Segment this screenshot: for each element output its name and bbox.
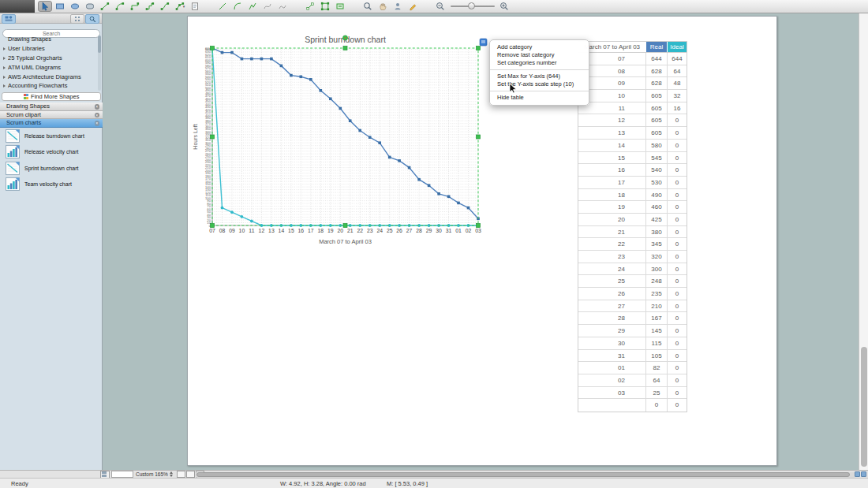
- cell-ideal[interactable]: 0: [667, 275, 687, 287]
- tool-select[interactable]: [38, 1, 52, 12]
- menu-item-remove-last-category[interactable]: Remove last category: [490, 51, 589, 59]
- tool-chain-connector[interactable]: ▾: [173, 1, 187, 12]
- cell-date[interactable]: 15: [578, 152, 645, 164]
- grid-view-icon[interactable]: [70, 14, 84, 24]
- cell-ideal[interactable]: 0: [667, 201, 687, 213]
- cell-date[interactable]: 20: [578, 214, 645, 225]
- cell-real[interactable]: 380: [645, 226, 667, 238]
- tool-format-painter[interactable]: [406, 1, 420, 12]
- cell-real[interactable]: 300: [645, 263, 667, 275]
- library-section-drawing-shapes[interactable]: Drawing Shapes×: [0, 102, 103, 111]
- library-section-scrum-clipart[interactable]: Scrum clipart×: [0, 111, 103, 120]
- horizontal-scrollbar[interactable]: [195, 472, 856, 478]
- tool-zoom-in[interactable]: [497, 1, 511, 12]
- cell-date[interactable]: 22: [578, 238, 645, 250]
- library-panel-icon[interactable]: [2, 14, 16, 24]
- page-view-button-1[interactable]: [177, 471, 185, 478]
- cell-date[interactable]: 24: [578, 263, 645, 275]
- zoom-stepper[interactable]: [170, 471, 173, 477]
- expand-arrow-icon[interactable]: [0, 45, 8, 52]
- cell-date[interactable]: 29: [578, 325, 645, 337]
- page-number-input[interactable]: [111, 471, 133, 478]
- cell-ideal[interactable]: 64: [667, 65, 687, 77]
- tool-ellipse[interactable]: [68, 1, 82, 12]
- tool-zoom[interactable]: [361, 1, 375, 12]
- shape-item-release-velocity-chart[interactable]: Release velocity chart: [0, 144, 103, 161]
- chain-connector-dropdown-caret[interactable]: ▾: [183, 4, 185, 9]
- cell-real[interactable]: 628: [645, 65, 667, 77]
- sprint-burndown-chart-object[interactable]: 0102030405060708090100110120130140150160…: [188, 17, 778, 470]
- cell-date[interactable]: 03: [578, 387, 645, 399]
- cell-date[interactable]: 21: [578, 226, 645, 238]
- cell-real[interactable]: 210: [645, 300, 667, 312]
- cell-real[interactable]: 82: [645, 362, 667, 374]
- cell-date[interactable]: 01: [578, 362, 645, 374]
- drawing-canvas[interactable]: 0102030405060708090100110120130140150160…: [103, 13, 859, 470]
- cell-ideal[interactable]: 0: [667, 251, 687, 263]
- cell-ideal[interactable]: 0: [667, 140, 687, 151]
- shape-item-team-velocity-chart[interactable]: Team velocity chart: [0, 177, 103, 193]
- cell-ideal[interactable]: 0: [667, 288, 687, 300]
- library-tree-item[interactable]: AWS Architecture Diagrams: [0, 72, 103, 81]
- cell-date[interactable]: 23: [578, 251, 645, 263]
- cell-real[interactable]: 530: [645, 177, 667, 188]
- menu-item-set-categories-number[interactable]: Set categories number: [490, 59, 589, 67]
- tool-rounded-rectangle[interactable]: [83, 1, 97, 12]
- cell-ideal[interactable]: 0: [667, 238, 687, 250]
- cell-date[interactable]: 28: [578, 312, 645, 324]
- library-tree-item[interactable]: User Libraries: [0, 44, 103, 54]
- cell-date[interactable]: 30: [578, 337, 645, 349]
- library-tree-item[interactable]: Accounting Flowcharts: [0, 81, 103, 91]
- cell-ideal[interactable]: 0: [667, 350, 687, 362]
- cell-date[interactable]: 18: [578, 189, 645, 201]
- menu-item-add-category[interactable]: Add category: [490, 43, 589, 51]
- library-tree-item[interactable]: ATM UML Diagrams: [0, 62, 103, 72]
- tool-arc-segment[interactable]: [230, 1, 245, 12]
- page-view-button-2[interactable]: [186, 471, 195, 478]
- cell-real[interactable]: 540: [645, 164, 667, 176]
- cell-ideal[interactable]: 0: [667, 114, 687, 126]
- cell-ideal[interactable]: 0: [667, 399, 687, 412]
- cell-ideal[interactable]: 0: [667, 374, 687, 386]
- cell-date[interactable]: 16: [578, 164, 645, 176]
- horizontal-scrollbar-thumb[interactable]: [196, 472, 850, 477]
- cell-date[interactable]: 31: [578, 350, 645, 362]
- cell-real[interactable]: 235: [645, 288, 667, 300]
- cell-date[interactable]: [578, 399, 645, 412]
- cell-real[interactable]: 145: [645, 325, 667, 337]
- cell-real[interactable]: 345: [645, 238, 667, 250]
- cell-ideal[interactable]: 0: [667, 214, 687, 225]
- cell-ideal[interactable]: 0: [667, 337, 687, 349]
- cell-real[interactable]: 115: [645, 337, 667, 349]
- page-grid-icon[interactable]: [100, 471, 110, 479]
- tool-edit-vertices[interactable]: [318, 1, 332, 12]
- find-more-shapes-button[interactable]: Find More Shapes: [2, 92, 101, 101]
- cell-ideal[interactable]: 0: [667, 312, 687, 324]
- cell-ideal[interactable]: 16: [667, 102, 687, 114]
- zoom-slider-thumb[interactable]: [468, 2, 475, 9]
- cell-ideal[interactable]: 0: [667, 387, 687, 399]
- document-page[interactable]: 0102030405060708090100110120130140150160…: [187, 16, 777, 466]
- cell-ideal[interactable]: 644: [667, 53, 687, 65]
- cell-date[interactable]: 02: [578, 374, 645, 386]
- tool-zoom-out[interactable]: [433, 1, 447, 12]
- tool-freehand[interactable]: [275, 1, 290, 12]
- cell-real[interactable]: 490: [645, 189, 667, 201]
- cell-ideal[interactable]: 0: [667, 362, 687, 374]
- cell-ideal[interactable]: 0: [667, 152, 687, 164]
- cell-real[interactable]: 605: [645, 102, 667, 114]
- expand-arrow-icon[interactable]: [0, 64, 8, 71]
- cell-real[interactable]: 644: [645, 53, 667, 65]
- tool-rectangle[interactable]: [53, 1, 67, 12]
- cell-date[interactable]: 17: [578, 177, 645, 188]
- tool-stamp[interactable]: [391, 1, 405, 12]
- tool-convert-shape[interactable]: [333, 1, 347, 12]
- menu-item-hide-table[interactable]: Hide table: [490, 94, 589, 102]
- tool-line[interactable]: [215, 1, 230, 12]
- expand-arrow-icon[interactable]: [0, 73, 8, 80]
- cell-real[interactable]: 605: [645, 114, 667, 126]
- tool-curve-connector[interactable]: [158, 1, 172, 12]
- zoom-corner-icon[interactable]: [861, 471, 866, 477]
- cell-date[interactable]: 25: [578, 275, 645, 287]
- cell-date[interactable]: 27: [578, 300, 645, 312]
